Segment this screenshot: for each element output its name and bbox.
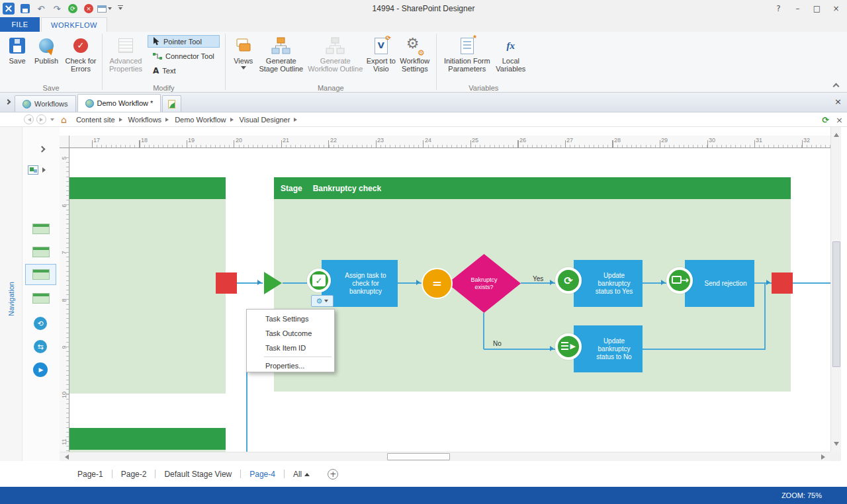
action-update-yes[interactable]: Update bankruptcy status to Yes bbox=[574, 260, 643, 307]
generate-workflow-outline-button[interactable]: Generate Workflow Outline bbox=[305, 33, 366, 73]
text-tool-button[interactable]: A Text bbox=[148, 64, 220, 77]
forward-button[interactable] bbox=[36, 114, 46, 124]
page-tab-active[interactable]: Page-4 bbox=[241, 470, 284, 479]
menu-item-task-outcome[interactable]: Task Outcome bbox=[247, 326, 334, 341]
update-badge-icon[interactable]: ▶ bbox=[555, 333, 582, 360]
quick-save-button[interactable] bbox=[18, 2, 32, 15]
connector-tool-button[interactable]: Connector Tool bbox=[148, 50, 220, 62]
horizontal-scrollbar[interactable] bbox=[60, 452, 830, 461]
advanced-properties-button[interactable]: Advanced Properties bbox=[107, 33, 145, 73]
minimize-button[interactable]: – bbox=[788, 0, 807, 17]
views-button[interactable]: Views bbox=[230, 33, 257, 72]
check-for-errors-button[interactable]: ✓ Check for Errors bbox=[62, 33, 99, 73]
workflow-settings-button[interactable]: ⚙⚙ Workflow Settings bbox=[396, 33, 433, 73]
stage-header-left[interactable] bbox=[69, 177, 226, 199]
expand-icon[interactable] bbox=[39, 146, 46, 153]
gear-icon: ⚙⚙ bbox=[406, 37, 424, 54]
task-badge-icon[interactable]: ✓ bbox=[307, 269, 331, 292]
tab-demo-workflow[interactable]: Demo Workflow * bbox=[77, 94, 161, 112]
collapse-ribbon-button[interactable] bbox=[831, 83, 840, 89]
history-dropdown-icon[interactable] bbox=[50, 118, 54, 123]
breadcrumb-item[interactable]: Content site bbox=[76, 116, 115, 124]
close-site-button[interactable]: × bbox=[81, 2, 96, 15]
action-send-rejection[interactable]: Send rejection bbox=[685, 260, 754, 307]
local-variables-button[interactable]: fx Local Variables bbox=[494, 33, 528, 73]
horizontal-scrollbar-thumb[interactable] bbox=[387, 453, 450, 460]
connector[interactable] bbox=[764, 284, 766, 350]
design-view-button[interactable] bbox=[97, 2, 112, 15]
connector[interactable] bbox=[483, 313, 484, 349]
stage-body-left[interactable] bbox=[69, 199, 226, 394]
enter-stage-shape[interactable] bbox=[216, 273, 237, 294]
stencil-stage[interactable] bbox=[32, 224, 50, 234]
customize-quick-access-button[interactable] bbox=[113, 2, 128, 15]
page-tab[interactable]: Page-1 bbox=[69, 470, 112, 479]
publish-button[interactable]: Publish bbox=[30, 33, 62, 65]
tab-scroll-button[interactable] bbox=[1, 92, 15, 112]
chevron-down-icon bbox=[118, 7, 122, 12]
scroll-left-icon[interactable] bbox=[62, 454, 69, 460]
maximize-button[interactable]: □ bbox=[807, 0, 826, 17]
vertical-scrollbar[interactable] bbox=[830, 127, 841, 452]
stencil-start[interactable]: ▶ bbox=[33, 362, 48, 377]
start-shape[interactable] bbox=[264, 272, 282, 294]
undo-button[interactable]: ↶ bbox=[34, 2, 48, 15]
save-button[interactable]: Save bbox=[4, 33, 30, 65]
scroll-up-icon[interactable] bbox=[834, 130, 839, 137]
exit-stage-shape[interactable] bbox=[772, 273, 793, 294]
connector[interactable] bbox=[283, 282, 307, 284]
initiation-form-parameters-button[interactable]: * Initiation Form Parameters bbox=[441, 33, 494, 73]
chevron-right-icon[interactable] bbox=[42, 167, 48, 173]
stencil-selected[interactable] bbox=[25, 264, 56, 285]
add-page-button[interactable]: + bbox=[328, 469, 338, 480]
generate-stage-outline-button[interactable]: Generate Stage Outline bbox=[257, 33, 305, 73]
tab-workflow[interactable]: WORKFLOW bbox=[41, 17, 107, 32]
page-tab[interactable]: Page-2 bbox=[112, 470, 156, 479]
close-icon[interactable]: × bbox=[836, 115, 843, 125]
drawing-area[interactable]: Stage Bankruptcy check bbox=[69, 148, 830, 452]
export-to-visio-button[interactable]: V⟳ Export to Visio bbox=[366, 33, 396, 73]
connector[interactable] bbox=[484, 349, 555, 350]
breadcrumb-item[interactable]: Visual Designer bbox=[240, 116, 290, 124]
stencil-loop[interactable]: ⟲ bbox=[34, 317, 47, 330]
tab-extra[interactable] bbox=[162, 95, 181, 112]
connector[interactable] bbox=[793, 282, 830, 284]
redo-button[interactable]: ↷ bbox=[50, 2, 64, 15]
breadcrumb-item[interactable]: Workflows bbox=[128, 116, 162, 124]
tab-workflows[interactable]: Workflows bbox=[15, 95, 76, 112]
refresh-icon[interactable]: ⟳ bbox=[822, 115, 829, 125]
pointer-tool-button[interactable]: Pointer Tool bbox=[148, 35, 220, 48]
page-tab[interactable]: Default Stage View bbox=[156, 470, 240, 479]
close-window-button[interactable]: × bbox=[826, 0, 846, 17]
update-badge-icon[interactable]: ⟳ bbox=[555, 267, 582, 294]
help-button[interactable]: ? bbox=[769, 0, 788, 17]
condition-badge-icon[interactable]: = bbox=[422, 268, 453, 299]
task-options-button[interactable]: ⚙ bbox=[311, 295, 334, 307]
close-tab-button[interactable]: × bbox=[834, 97, 842, 106]
vertical-scrollbar-thumb[interactable] bbox=[832, 241, 840, 367]
stencil-step[interactable] bbox=[32, 247, 50, 257]
action-update-no[interactable]: Update bankruptcy status to No bbox=[574, 325, 643, 372]
stencil-parallel[interactable]: ⇆ bbox=[34, 340, 47, 353]
menu-item-properties[interactable]: Properties... bbox=[247, 358, 334, 373]
arrowhead-icon bbox=[257, 280, 264, 285]
connector[interactable] bbox=[643, 349, 764, 350]
tab-file[interactable]: FILE bbox=[0, 17, 40, 32]
menu-item-task-settings[interactable]: Task Settings bbox=[247, 312, 334, 326]
shapes-pane-icon[interactable] bbox=[28, 165, 38, 175]
scroll-right-icon[interactable] bbox=[821, 454, 828, 460]
back-button[interactable] bbox=[24, 114, 34, 124]
scroll-down-icon[interactable] bbox=[834, 442, 839, 448]
stencil-container[interactable] bbox=[32, 293, 50, 304]
all-pages-button[interactable]: All bbox=[285, 470, 318, 479]
breadcrumb-item[interactable]: Demo Workflow bbox=[175, 116, 226, 124]
stage-header-bottom[interactable] bbox=[69, 428, 226, 450]
menu-item-task-item-id[interactable]: Task Item ID bbox=[247, 341, 334, 355]
navigation-pane[interactable]: Navigation bbox=[0, 127, 22, 463]
open-site-button[interactable]: ⟳ bbox=[66, 2, 80, 15]
stage-body-bottom[interactable] bbox=[69, 450, 226, 452]
email-badge-icon[interactable]: → bbox=[666, 267, 693, 294]
navigation-pane-label[interactable]: Navigation bbox=[7, 282, 15, 316]
home-icon[interactable]: ⌂ bbox=[61, 114, 67, 125]
stage-header-bankruptcy[interactable]: Stage Bankruptcy check bbox=[274, 177, 791, 199]
